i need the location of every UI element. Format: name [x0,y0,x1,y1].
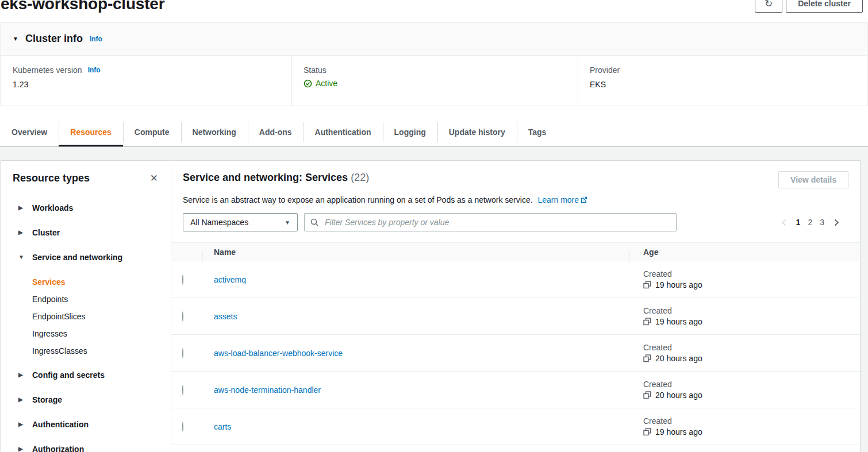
service-link[interactable]: aws-node-termination-handler [214,385,321,395]
tab-networking[interactable]: Networking [181,118,248,146]
age-value: 19 hours ago [655,427,702,436]
page-3[interactable]: 3 [820,218,824,227]
tree-group-authorization[interactable]: ▶ Authorization [18,443,159,452]
copy-icon[interactable] [643,318,651,326]
services-table: Name Age activemq Created 19 hours ago [171,242,860,452]
view-details-button[interactable]: View details [778,171,848,188]
chevron-down-icon: ▼ [285,219,290,226]
created-label: Created [643,380,860,389]
provider-value: EKS [590,80,867,89]
delete-cluster-button[interactable]: Delete cluster [786,0,863,13]
kubernetes-version-value: 1.23 [13,80,291,89]
tree-group-label: Authorization [32,445,84,452]
tree-item-ingressclasses[interactable]: IngressClasses [18,345,159,357]
sidebar-title: Resource types [13,172,90,184]
chevron-right-icon: ▶ [18,372,24,378]
chevron-down-icon: ▼ [18,254,24,260]
tree-item-endpoints[interactable]: Endpoints [18,293,159,305]
tab-compute[interactable]: Compute [123,118,181,146]
page-title: eks-workshop-cluster [1,0,164,13]
page-1[interactable]: 1 [796,218,801,227]
tree-item-ingresses[interactable]: Ingresses [18,328,159,339]
tab-update-history[interactable]: Update history [437,118,517,146]
close-icon[interactable]: ✕ [149,172,159,184]
created-label: Created [643,306,860,315]
age-value: 19 hours ago [655,280,702,289]
table-row: assets Created 19 hours ago [171,298,860,335]
cluster-tabs: Overview Resources Compute Networking Ad… [0,118,868,147]
service-link[interactable]: assets [214,312,237,321]
previous-page-icon[interactable] [780,218,789,227]
column-header-name[interactable]: Name [202,248,629,257]
resource-tree: ▶ Workloads ▶ Cluster ▼ Service and netw… [13,202,159,452]
column-header-age[interactable]: Age [629,248,860,257]
learn-more-link[interactable]: Learn more [537,195,587,204]
chevron-right-icon: ▶ [18,397,24,403]
tree-item-services[interactable]: Services [18,276,159,288]
field-label: Kubernetes version [13,65,82,75]
tree-item-endpointslices[interactable]: EndpointSlices [18,311,159,322]
created-label: Created [643,416,860,426]
tab-logging[interactable]: Logging [383,118,437,146]
age-value: 19 hours ago [655,317,702,326]
tree-group-label: Authentication [32,420,89,429]
copy-icon[interactable] [643,281,651,289]
tab-resources[interactable]: Resources [59,118,123,146]
service-link[interactable]: carts [214,422,231,431]
tab-add-ons[interactable]: Add-ons [248,118,304,146]
external-link-icon [581,196,587,205]
table-row: carts Created 19 hours ago [171,408,860,445]
pagination: 1 2 3 [780,218,848,227]
learn-more-text: Learn more [537,195,579,204]
chevron-right-icon: ▶ [18,230,24,235]
created-label: Created [643,269,860,279]
next-page-icon[interactable] [832,218,840,227]
tab-overview[interactable]: Overview [0,118,59,146]
tree-group-service-and-networking[interactable]: ▼ Service and networking [18,252,159,263]
page-header: eks-workshop-cluster ↻ Delete cluster ▼ … [0,0,868,147]
kubernetes-version-info-link[interactable]: Info [88,66,101,74]
services-title: Service and networking: Services(22) [183,171,369,184]
table-header: Name Age [171,242,860,261]
namespace-select[interactable]: All Namespaces ▼ [183,213,298,231]
chevron-right-icon: ▶ [18,422,24,427]
cluster-info-header[interactable]: ▼ Cluster info Info [1,22,867,56]
refresh-icon: ↻ [765,0,773,10]
tab-authentication[interactable]: Authentication [304,118,383,146]
tree-group-storage[interactable]: ▶ Storage [18,394,159,405]
tree-group-config-and-secrets[interactable]: ▶ Config and secrets [18,369,159,381]
copy-icon[interactable] [643,354,651,362]
field-status: Status Active [291,56,578,106]
row-radio[interactable] [182,348,183,358]
tab-tags[interactable]: Tags [517,118,558,146]
service-link[interactable]: aws-load-balancer-webhook-service [214,349,343,358]
tree-group-cluster[interactable]: ▶ Cluster [18,227,159,238]
field-label: Status [304,65,327,75]
cluster-info-info-link[interactable]: Info [90,35,102,43]
chevron-down-icon: ▼ [13,36,18,42]
copy-icon[interactable] [643,428,651,436]
chevron-right-icon: ▶ [18,446,24,452]
page-2[interactable]: 2 [808,218,812,227]
refresh-button[interactable]: ↻ [755,0,782,13]
field-provider: Provider EKS [578,56,867,106]
created-label: Created [643,343,860,352]
services-panel: Service and networking: Services(22) Vie… [171,161,860,452]
resources-panel: Resource types ✕ ▶ Workloads ▶ Cluster ▼… [1,160,861,452]
tree-group-authentication[interactable]: ▶ Authentication [18,419,159,430]
services-description: Service is an abstract way to expose an … [171,195,860,206]
copy-icon[interactable] [643,391,651,399]
row-radio[interactable] [182,311,183,322]
service-link[interactable]: activemq [214,275,246,284]
filter-input[interactable] [324,217,670,227]
age-value: 20 hours ago [655,354,702,363]
cluster-info-title: Cluster info [25,33,83,45]
row-radio[interactable] [182,275,183,285]
row-radio[interactable] [182,422,183,432]
status-value: Active [316,79,337,88]
table-row: aws-node-termination-handler Created 20 … [171,372,860,408]
table-row: Created [171,445,860,452]
namespace-select-value: All Namespaces [190,218,248,227]
row-radio[interactable] [182,385,183,395]
tree-group-workloads[interactable]: ▶ Workloads [18,202,159,214]
